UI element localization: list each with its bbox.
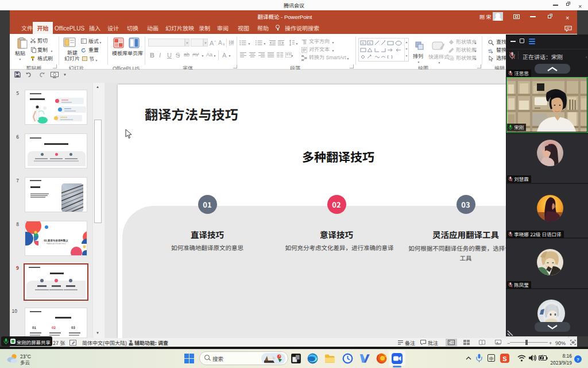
svg-text:A: A	[369, 40, 371, 45]
svg-text:A: A	[362, 40, 364, 45]
